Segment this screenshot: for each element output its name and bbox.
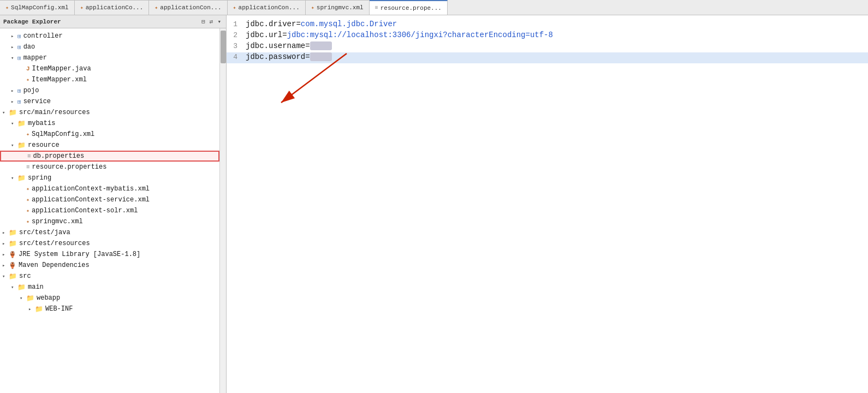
- tree-label-src-test-resources: src/test/resources: [19, 240, 90, 247]
- tree-node-db-properties[interactable]: ≡db.properties: [0, 151, 219, 162]
- code-line-3: 3jdbc.username=: [227, 41, 868, 52]
- tree-label-controller: controller: [23, 32, 63, 40]
- tree-label-webapp: webapp: [37, 294, 60, 302]
- line-number-3: 3: [227, 42, 243, 50]
- collapse-all-icon[interactable]: ⊟: [200, 17, 207, 26]
- tree-node-appctx-solr[interactable]: ✦applicationContext-solr.xml: [0, 205, 219, 216]
- tree-arrow-maven-deps[interactable]: [2, 263, 9, 269]
- explorer-toolbar: ⊟ ⇄ ▾: [200, 17, 223, 26]
- tree-node-src-test-java[interactable]: 📁src/test/java: [0, 227, 219, 238]
- tree-arrow-dao[interactable]: [11, 44, 17, 50]
- tree-node-itemmapper-xml[interactable]: ✦ItemMapper.xml: [0, 74, 219, 85]
- tree-node-itemmapper-java[interactable]: JItemMapper.java: [0, 63, 219, 74]
- main-layout: Package Explorer ⊟ ⇄ ▾ ⊞controller⊞dao⊞m…: [0, 15, 868, 393]
- tree-node-springmvc-xml[interactable]: ✦springmvc.xml: [0, 216, 219, 227]
- tree-label-itemmapper-java: ItemMapper.java: [32, 65, 91, 73]
- tree-arrow-service[interactable]: [11, 99, 17, 105]
- tree-node-dao[interactable]: ⊞dao: [0, 41, 219, 52]
- tree-arrow-src-test-resources[interactable]: [2, 241, 9, 247]
- line-number-4: 4: [227, 53, 243, 61]
- package-icon-controller: ⊞: [17, 33, 21, 40]
- link-editor-icon[interactable]: ⇄: [208, 17, 215, 26]
- tree-label-src-test-java: src/test/java: [19, 229, 70, 236]
- tree-node-mybatis[interactable]: 📁mybatis: [0, 118, 219, 129]
- tree-node-resource-properties[interactable]: ≡resource.properties: [0, 162, 219, 172]
- tree-arrow-web-inf[interactable]: [28, 306, 35, 312]
- tab-springmvc[interactable]: ✦springmvc.xml: [306, 0, 370, 15]
- tree-arrow-jre-system[interactable]: [2, 252, 9, 258]
- code-area[interactable]: 1jdbc.driver=com.mysql.jdbc.Driver2jdbc.…: [227, 15, 868, 68]
- tab-resource[interactable]: ≡resource.prope...: [370, 0, 448, 15]
- tree-label-src: src: [19, 272, 31, 280]
- tree-arrow-pojo[interactable]: [11, 88, 17, 94]
- tree-arrow-resource-folder[interactable]: [11, 142, 17, 148]
- code-token: jdbc.username=: [246, 41, 310, 50]
- tree-node-service[interactable]: ⊞service: [0, 96, 219, 107]
- tab-appco3[interactable]: ✦applicationCon...: [228, 0, 306, 15]
- tree-label-maven-deps: Maven Dependencies: [19, 261, 90, 269]
- code-token: [310, 41, 332, 50]
- tab-label-resource: resource.prope...: [381, 5, 442, 11]
- code-line-4: 4jdbc.password=: [227, 52, 868, 63]
- tree-arrow-mybatis[interactable]: [11, 121, 17, 127]
- tree-label-itemmapper-xml: ItemMapper.xml: [32, 76, 87, 84]
- tree-node-src-main-resources[interactable]: 📁src/main/resources: [0, 107, 219, 118]
- tab-appco2[interactable]: ✦applicationCon...: [149, 0, 227, 15]
- tree-arrow-src[interactable]: [2, 273, 9, 279]
- explorer-tree[interactable]: ⊞controller⊞dao⊞mapperJItemMapper.java✦I…: [0, 28, 219, 393]
- tab-label-springmvc: springmvc.xml: [317, 4, 364, 11]
- tree-node-resource-folder[interactable]: 📁resource: [0, 140, 219, 151]
- java-icon-itemmapper-java: J: [26, 66, 30, 72]
- folder-src-icon-src: 📁: [9, 272, 17, 281]
- tree-node-webapp[interactable]: 📁webapp: [0, 293, 219, 303]
- tree-node-main[interactable]: 📁main: [0, 282, 219, 293]
- tree-node-sqlmapconfig[interactable]: ✦SqlMapConfig.xml: [0, 129, 219, 140]
- xml-icon: ✦: [233, 4, 236, 11]
- explorer-scrollbar[interactable]: [219, 28, 226, 393]
- tree-node-src[interactable]: 📁src: [0, 271, 219, 282]
- xml-icon-appctx-solr: ✦: [26, 207, 29, 214]
- tree-node-jre-system[interactable]: 🏺JRE System Library [JavaSE-1.8]: [0, 249, 219, 260]
- code-token: jdbc.driver=: [246, 20, 301, 28]
- folder-icon-mybatis: 📁: [17, 120, 26, 128]
- tree-node-src-test-resources[interactable]: 📁src/test/resources: [0, 238, 219, 249]
- tree-arrow-src-test-java[interactable]: [2, 230, 9, 236]
- tree-node-appctx-mybatis[interactable]: ✦applicationContext-mybatis.xml: [0, 183, 219, 194]
- tab-bar: ✦SqlMapConfig.xml✦applicationCo...✦appli…: [0, 0, 868, 15]
- tree-arrow-src-main-resources[interactable]: [2, 110, 9, 116]
- scrollbar-thumb[interactable]: [221, 31, 226, 63]
- line-number-1: 1: [227, 20, 243, 28]
- tree-node-appctx-service[interactable]: ✦applicationContext-service.xml: [0, 194, 219, 205]
- tree-node-web-inf[interactable]: 📁WEB-INF: [0, 303, 219, 314]
- tree-node-spring[interactable]: 📁spring: [0, 172, 219, 183]
- tab-label-appco1: applicationCo...: [86, 4, 144, 11]
- tree-node-maven-deps[interactable]: 🏺Maven Dependencies: [0, 260, 219, 271]
- tree-arrow-mapper[interactable]: [11, 55, 17, 61]
- line-number-2: 2: [227, 31, 243, 39]
- tree-node-pojo[interactable]: ⊞pojo: [0, 85, 219, 96]
- line-content-2: jdbc.url=jdbc:mysql://localhost:3306/jin…: [243, 31, 868, 39]
- folder-src-icon-src-test-java: 📁: [9, 229, 17, 237]
- folder-icon-main: 📁: [17, 283, 26, 291]
- tree-arrow-webapp[interactable]: [20, 295, 26, 301]
- tree-node-mapper[interactable]: ⊞mapper: [0, 52, 219, 63]
- tab-appco1[interactable]: ✦applicationCo...: [75, 0, 150, 15]
- tab-sqlmap[interactable]: ✦SqlMapConfig.xml: [0, 0, 75, 15]
- explorer-title: Package Explorer: [3, 19, 61, 25]
- tree-arrow-spring[interactable]: [11, 175, 17, 181]
- xml-icon-appctx-service: ✦: [26, 196, 29, 203]
- tree-label-service: service: [23, 98, 51, 105]
- explorer-menu-icon[interactable]: ▾: [216, 17, 223, 26]
- explorer-header: Package Explorer ⊟ ⇄ ▾: [0, 15, 226, 28]
- tree-node-controller[interactable]: ⊞controller: [0, 31, 219, 41]
- code-token: com.mysql.jdbc.Driver: [301, 20, 397, 28]
- code-token: jdbc:mysql://localhost:3306/jingxi?chara…: [287, 31, 553, 39]
- xml-icon: ✦: [311, 4, 314, 11]
- props-icon-resource-properties: ≡: [26, 164, 30, 170]
- package-icon-service: ⊞: [17, 98, 21, 105]
- tree-label-jre-system: JRE System Library [JavaSE-1.8]: [19, 251, 140, 258]
- props-icon: ≡: [375, 5, 378, 11]
- tree-label-dao: dao: [23, 43, 35, 51]
- tree-arrow-controller[interactable]: [11, 33, 17, 39]
- tree-arrow-main[interactable]: [11, 284, 17, 290]
